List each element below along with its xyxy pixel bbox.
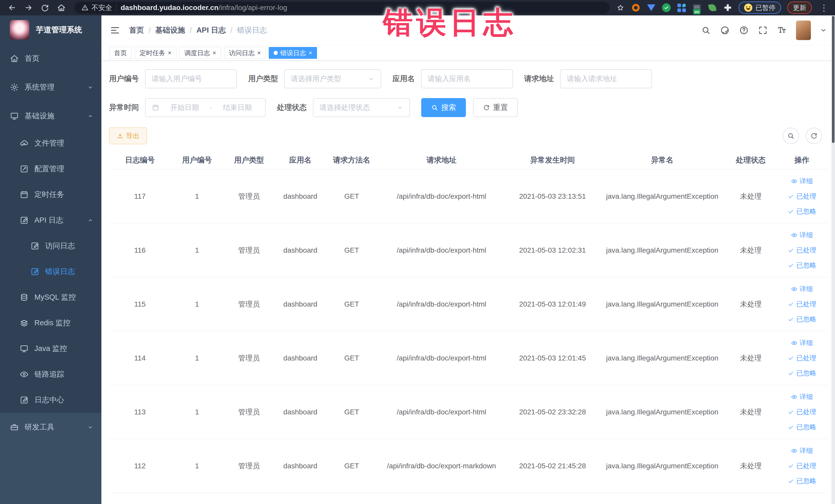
tab-3[interactable]: 访问日志× xyxy=(224,47,266,59)
cell-actions: 详细已处理已忽略 xyxy=(776,230,827,270)
user-type-select-input[interactable] xyxy=(291,75,366,83)
extension-check-icon[interactable] xyxy=(662,3,671,12)
request-url-input[interactable] xyxy=(567,75,645,83)
avatar-caret-icon[interactable] xyxy=(820,27,827,34)
action-detail-link[interactable]: 详细 xyxy=(791,284,813,294)
action-ignored-link[interactable]: 已忽略 xyxy=(788,207,816,216)
extension-grid-icon[interactable] xyxy=(677,3,686,12)
column-header: 用户类型 xyxy=(223,155,274,165)
github-icon[interactable] xyxy=(720,25,730,35)
action-label: 已忽略 xyxy=(796,477,816,485)
extension-orange-icon[interactable] xyxy=(631,3,640,12)
action-detail-link[interactable]: 详细 xyxy=(791,392,813,401)
sidebar-item-calendar[interactable]: 定时任务 xyxy=(0,182,101,207)
sidebar-item-home[interactable]: 首页 xyxy=(0,44,101,73)
end-date-input[interactable] xyxy=(216,103,259,112)
action-ignored-link[interactable]: 已忽略 xyxy=(788,477,816,485)
action-ignored-link[interactable]: 已忽略 xyxy=(788,315,816,324)
close-tab-icon[interactable]: × xyxy=(212,50,216,56)
extension-shield-icon[interactable] xyxy=(647,3,656,12)
sidebar-item-log[interactable]: 访问日志 xyxy=(0,233,101,259)
help-icon[interactable] xyxy=(739,25,749,35)
extension-leaf-icon[interactable] xyxy=(708,3,717,12)
process-status-select-input[interactable] xyxy=(320,103,394,112)
toggle-search-button[interactable] xyxy=(782,127,799,144)
sidebar-item-cloud-upload[interactable]: 文件管理 xyxy=(0,130,101,156)
close-tab-icon[interactable]: × xyxy=(308,50,312,56)
action-processed-link[interactable]: 已处理 xyxy=(788,461,816,470)
sidebar-item-eye[interactable]: 链路追踪 xyxy=(0,362,101,387)
breadcrumb-item[interactable]: 基础设施 xyxy=(155,25,185,36)
action-processed-link[interactable]: 已处理 xyxy=(788,192,816,201)
action-processed-link[interactable]: 已处理 xyxy=(788,407,816,417)
start-date-input[interactable] xyxy=(163,103,206,112)
breadcrumb-item[interactable]: 首页 xyxy=(129,25,144,36)
cell-url: /api/infra/db-doc/export-markdown xyxy=(377,462,506,470)
header-search-icon[interactable] xyxy=(701,25,711,35)
action-ignored-link[interactable]: 已忽略 xyxy=(788,423,816,431)
fullscreen-icon[interactable] xyxy=(758,25,768,35)
tab-2[interactable]: 调度日志× xyxy=(179,47,221,59)
action-ignored-link[interactable]: 已忽略 xyxy=(788,369,816,378)
extensions-area: on ✚ 已暂停 更新 ⋮ xyxy=(616,2,830,14)
action-detail-link[interactable]: 详细 xyxy=(791,338,813,347)
table-row: 1171管理员dashboardGET/api/infra/db-doc/exp… xyxy=(109,169,827,223)
cell-method: GET xyxy=(326,192,377,201)
cell-actions: 详细已处理已忽略 xyxy=(776,338,827,378)
update-button[interactable]: 更新 xyxy=(787,2,812,14)
address-bar[interactable]: 不安全 dashboard.yudao.iocoder.cn/infra/log… xyxy=(75,2,610,14)
hamburger-icon[interactable] xyxy=(109,25,120,36)
security-chip[interactable]: 不安全 xyxy=(81,3,112,12)
extensions-puzzle-icon[interactable]: ✚ xyxy=(723,3,732,12)
action-processed-link[interactable]: 已处理 xyxy=(788,246,816,255)
font-size-icon[interactable] xyxy=(777,25,787,35)
export-button[interactable]: 导出 xyxy=(109,127,147,144)
sidebar-item-toolbox[interactable]: 研发工具 xyxy=(0,413,101,442)
sidebar-logo-row[interactable]: 芋道管理系统 xyxy=(0,15,101,44)
sidebar-item-monitor[interactable]: Java 监控 xyxy=(0,336,101,362)
sidebar-item-log[interactable]: API 日志 xyxy=(0,207,101,233)
refresh-table-button[interactable] xyxy=(806,127,822,144)
browser-forward-icon[interactable] xyxy=(22,1,36,15)
action-detail-link[interactable]: 详细 xyxy=(791,177,813,186)
sidebar-item-edit-square[interactable]: 配置管理 xyxy=(0,156,101,182)
tab-label: 错误日志 xyxy=(280,49,306,57)
search-button[interactable]: 搜索 xyxy=(421,98,466,117)
process-status-select[interactable] xyxy=(313,98,410,117)
sidebar-item-gear[interactable]: 系统管理 xyxy=(0,73,101,102)
action-label: 已忽略 xyxy=(796,423,816,431)
breadcrumb-item[interactable]: API 日志 xyxy=(196,25,226,36)
close-tab-icon[interactable]: × xyxy=(168,50,171,56)
tab-active[interactable]: 错误日志× xyxy=(269,47,317,59)
browser-reload-icon[interactable] xyxy=(38,1,52,15)
scrollbar-thumb[interactable] xyxy=(832,16,834,143)
sidebar-item-log[interactable]: 错误日志 xyxy=(0,259,101,284)
browser-home-icon[interactable] xyxy=(55,1,68,15)
date-range-picker[interactable]: - xyxy=(145,98,266,117)
paused-chip[interactable]: 已暂停 xyxy=(738,2,781,14)
sidebar-item-layers[interactable]: Redis 监控 xyxy=(0,310,101,336)
sidebar-item-database[interactable]: MySQL 监控 xyxy=(0,284,101,310)
action-processed-link[interactable]: 已处理 xyxy=(788,354,816,363)
browser-menu-icon[interactable]: ⋮ xyxy=(818,3,830,13)
tab-0[interactable]: 首页 xyxy=(109,47,132,59)
action-processed-link[interactable]: 已处理 xyxy=(788,300,816,309)
action-detail-link[interactable]: 详细 xyxy=(791,446,813,455)
page-scrollbar[interactable] xyxy=(831,15,835,504)
sidebar-item-monitor[interactable]: 基础设施 xyxy=(0,102,101,130)
tab-1[interactable]: 定时任务× xyxy=(135,47,176,59)
sidebar-item-log[interactable]: 日志中心 xyxy=(0,387,101,413)
user-id-input[interactable] xyxy=(152,75,230,83)
user-avatar[interactable] xyxy=(796,21,811,40)
user-type-select[interactable] xyxy=(284,69,381,88)
action-ignored-link[interactable]: 已忽略 xyxy=(788,261,816,270)
action-detail-link[interactable]: 详细 xyxy=(791,230,813,240)
app-name-input[interactable] xyxy=(428,75,506,83)
browser-back-icon[interactable] xyxy=(5,1,19,15)
tab-label: 访问日志 xyxy=(229,49,254,57)
close-tab-icon[interactable]: × xyxy=(257,50,261,56)
extension-switch-icon[interactable]: on xyxy=(692,3,701,12)
bookmark-star-icon[interactable] xyxy=(616,3,625,12)
cell-time: 2021-05-03 23:13:51 xyxy=(506,192,599,201)
reset-button[interactable]: 重置 xyxy=(473,98,518,117)
